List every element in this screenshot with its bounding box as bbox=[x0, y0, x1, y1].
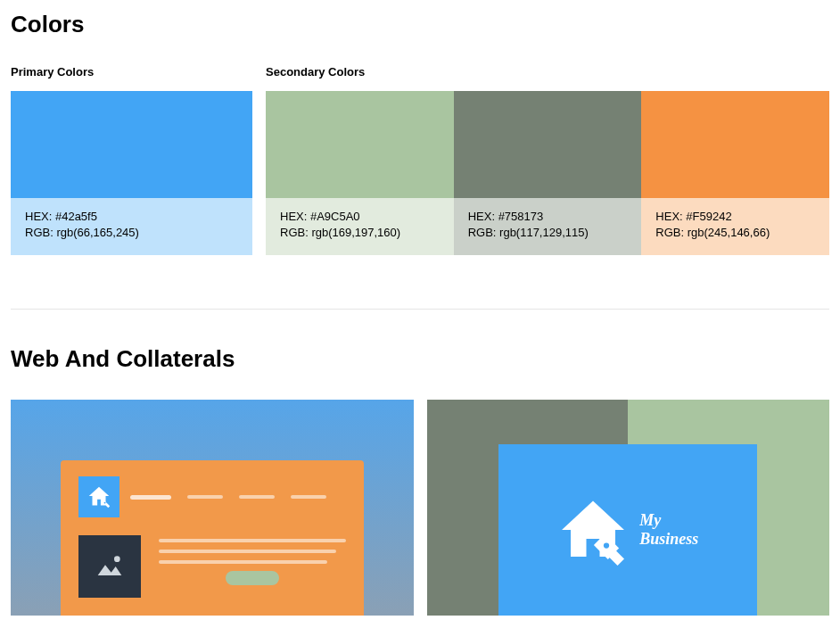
house-tag-icon bbox=[557, 494, 629, 566]
color-swatch: HEX: #42a5f5 RGB: rgb(66,165,245) bbox=[11, 91, 252, 255]
color-swatch-fill bbox=[454, 91, 642, 198]
image-placeholder bbox=[78, 535, 141, 598]
business-card: My Business bbox=[498, 444, 757, 616]
business-card-line2: Business bbox=[639, 530, 698, 550]
house-tag-icon bbox=[86, 484, 112, 510]
primary-group: Primary Colors HEX: #42a5f5 RGB: rgb(66,… bbox=[11, 65, 252, 255]
collaterals-container: My Business bbox=[11, 400, 829, 616]
button-placeholder bbox=[226, 571, 279, 585]
text-placeholder bbox=[159, 535, 346, 585]
business-card-text: My Business bbox=[639, 511, 698, 550]
color-swatch-fill bbox=[641, 91, 829, 198]
svg-point-3 bbox=[604, 543, 609, 549]
secondary-label: Secondary Colors bbox=[266, 65, 829, 79]
color-swatch-meta: HEX: #42a5f5 RGB: rgb(66,165,245) bbox=[11, 198, 252, 255]
web-preview-card bbox=[11, 400, 414, 616]
section-divider bbox=[11, 309, 829, 310]
rgb-value: RGB: rgb(117,129,115) bbox=[468, 225, 628, 241]
color-swatch-fill bbox=[266, 91, 454, 198]
colors-container: Primary Colors HEX: #42a5f5 RGB: rgb(66,… bbox=[11, 65, 829, 255]
hex-value: HEX: #42a5f5 bbox=[25, 209, 238, 225]
logo-box bbox=[78, 476, 119, 517]
text-line-placeholder bbox=[159, 560, 327, 564]
business-card-preview: My Business bbox=[427, 400, 830, 616]
hex-value: HEX: #758173 bbox=[468, 209, 628, 225]
nav-item-placeholder bbox=[239, 495, 275, 499]
rgb-value: RGB: rgb(66,165,245) bbox=[25, 225, 238, 241]
business-card-line1: My bbox=[639, 511, 698, 531]
web-collaterals-heading: Web And Collaterals bbox=[11, 345, 829, 373]
rgb-value: RGB: rgb(245,146,66) bbox=[655, 225, 815, 241]
nav-item-placeholder bbox=[187, 495, 223, 499]
hex-value: HEX: #A9C5A0 bbox=[280, 209, 440, 225]
secondary-group: Secondary Colors HEX: #A9C5A0 RGB: rgb(1… bbox=[266, 65, 829, 255]
color-swatch-meta: HEX: #A9C5A0 RGB: rgb(169,197,160) bbox=[266, 198, 454, 255]
color-swatch: HEX: #F59242 RGB: rgb(245,146,66) bbox=[641, 91, 829, 255]
nav-item-placeholder bbox=[291, 495, 326, 499]
colors-heading: Colors bbox=[11, 11, 829, 38]
text-line-placeholder bbox=[159, 550, 337, 553]
svg-point-0 bbox=[103, 502, 105, 504]
color-swatch-fill bbox=[11, 91, 252, 198]
color-swatch-meta: HEX: #F59242 RGB: rgb(245,146,66) bbox=[641, 198, 829, 255]
hex-value: HEX: #F59242 bbox=[655, 209, 815, 225]
rgb-value: RGB: rgb(169,197,160) bbox=[280, 225, 440, 241]
text-line-placeholder bbox=[159, 539, 346, 542]
nav-placeholder bbox=[130, 495, 326, 500]
website-mockup bbox=[61, 460, 364, 616]
color-swatch: HEX: #758173 RGB: rgb(117,129,115) bbox=[454, 91, 642, 255]
primary-label: Primary Colors bbox=[11, 65, 252, 79]
nav-item-placeholder bbox=[130, 495, 171, 500]
color-swatch: HEX: #A9C5A0 RGB: rgb(169,197,160) bbox=[266, 91, 454, 255]
image-icon bbox=[92, 549, 128, 584]
svg-point-1 bbox=[114, 557, 120, 563]
color-swatch-meta: HEX: #758173 RGB: rgb(117,129,115) bbox=[454, 198, 642, 255]
